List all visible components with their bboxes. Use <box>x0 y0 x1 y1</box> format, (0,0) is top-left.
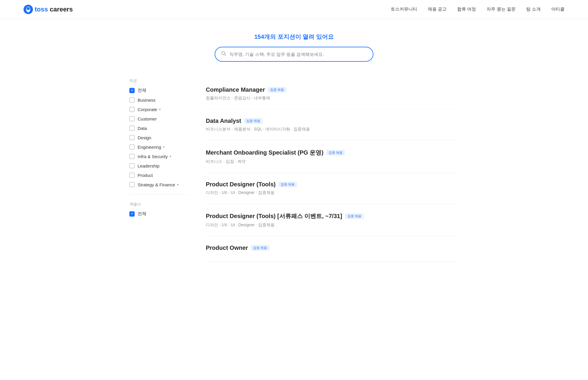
filter-engineering-label: Engineering ▾ <box>138 145 165 150</box>
job-list: Compliance Manager 집중 채용 컴플라이언스 · 준법감시 ·… <box>206 78 459 262</box>
filter-data-label: Data <box>138 126 147 131</box>
job-tags: 컴플라이언스 · 준법감시 · 내부통제 <box>206 96 459 101</box>
job-item-product-designer-event[interactable]: Product Designer (Tools) [서류패스 이벤트, ~7/3… <box>206 204 459 236</box>
svg-point-2 <box>27 7 30 10</box>
category-label: 직군 <box>129 78 188 83</box>
job-badge: 집중 채용 <box>345 213 364 219</box>
job-badge: 집중 채용 <box>278 182 297 187</box>
chevron-strategy-icon: ▾ <box>177 183 179 187</box>
nav-community[interactable]: 토스커뮤니티 <box>391 6 417 12</box>
job-item-compliance[interactable]: Compliance Manager 집중 채용 컴플라이언스 · 준법감시 ·… <box>206 78 459 109</box>
search-input[interactable] <box>229 52 367 57</box>
nav-jobs[interactable]: 채용 공고 <box>428 6 447 12</box>
job-badge: 집중 채용 <box>251 245 269 251</box>
sidebar-divider <box>129 194 188 195</box>
filter-leadership-label: Leadership <box>138 163 159 168</box>
checkbox-business[interactable] <box>129 97 135 103</box>
main-nav: 토스커뮤니티 채용 공고 합류 여정 자주 묻는 질문 팀 소개 아티클 <box>391 6 564 12</box>
job-title: Merchant Onboarding Specialist (PG 운영) <box>206 149 323 157</box>
chevron-engineering-icon: ▾ <box>163 145 165 149</box>
filter-product-label: Product <box>138 173 153 178</box>
job-badge: 집중 채용 <box>244 118 263 124</box>
chevron-corporate-icon: ▾ <box>159 108 161 111</box>
filter-all[interactable]: 전체 <box>129 88 188 93</box>
logo-text: toss careers <box>35 6 73 13</box>
filter-affiliate-all-label: 전체 <box>138 211 146 217</box>
filter-corporate[interactable]: Corporate ▾ <box>129 107 188 112</box>
count-number: 154 <box>254 34 264 40</box>
job-title: Data Analyst <box>206 118 241 124</box>
logo[interactable]: toss careers <box>24 5 73 14</box>
filter-all-label: 전체 <box>138 88 146 93</box>
checkbox-data[interactable] <box>129 125 135 131</box>
header: toss careers 토스커뮤니티 채용 공고 합류 여정 자주 묻는 질문… <box>0 0 588 19</box>
job-title: Product Designer (Tools) [서류패스 이벤트, ~7/3… <box>206 212 342 220</box>
checkbox-all[interactable] <box>129 88 135 93</box>
filter-leadership[interactable]: Leadership <box>129 163 188 168</box>
checkbox-leadership[interactable] <box>129 163 135 168</box>
job-title: Product Designer (Tools) <box>206 181 275 188</box>
filter-design[interactable]: Design <box>129 135 188 140</box>
job-item-product-designer[interactable]: Product Designer (Tools) 집중 채용 디자인 · UX … <box>206 173 459 204</box>
filter-business[interactable]: Business <box>129 97 188 103</box>
job-item-product-owner[interactable]: Product Owner 집중 채용 <box>206 236 459 262</box>
checkbox-product[interactable] <box>129 173 135 178</box>
search-icon <box>221 51 226 58</box>
job-title-row: Product Designer (Tools) 집중 채용 <box>206 181 459 188</box>
filter-strategy[interactable]: Strategy & Finance ▾ <box>129 182 188 187</box>
filter-corporate-label: Corporate ▾ <box>138 107 161 112</box>
job-tags: 디자인 · UX · UI · Designer · 집중채용 <box>206 190 459 195</box>
filter-customer[interactable]: Customer <box>129 116 188 121</box>
job-tags: 비즈니스 · 입점 · 계약 <box>206 159 459 164</box>
search-bar <box>215 47 373 62</box>
nav-team[interactable]: 팀 소개 <box>526 6 541 12</box>
filter-customer-label: Customer <box>138 116 157 121</box>
filter-infra-label: Infra & Security ▾ <box>138 154 171 159</box>
sidebar: 직군 전체 Business Corporate ▾ Customer Data… <box>129 78 188 262</box>
filter-affiliate-all[interactable]: 전체 <box>129 211 188 217</box>
position-count: 154개의 포지션이 열려 있어요 <box>6 33 582 41</box>
checkbox-strategy[interactable] <box>129 182 135 187</box>
job-title-row: Data Analyst 집중 채용 <box>206 118 459 124</box>
filter-data[interactable]: Data <box>129 125 188 131</box>
affiliate-label: 계열사 <box>129 202 188 207</box>
nav-article[interactable]: 아티클 <box>551 6 564 12</box>
job-title-row: Merchant Onboarding Specialist (PG 운영) 집… <box>206 149 459 157</box>
checkbox-customer[interactable] <box>129 116 135 121</box>
toss-logo-icon <box>24 5 33 14</box>
svg-line-4 <box>225 54 226 56</box>
filter-business-label: Business <box>138 98 156 103</box>
job-item-merchant[interactable]: Merchant Onboarding Specialist (PG 운영) 집… <box>206 140 459 173</box>
nav-faq[interactable]: 자주 묻는 질문 <box>487 6 515 12</box>
count-suffix: 개의 포지션이 열려 있어요 <box>264 34 334 40</box>
checkbox-design[interactable] <box>129 135 135 140</box>
job-title-row: Product Owner 집중 채용 <box>206 245 459 251</box>
filter-infra[interactable]: Infra & Security ▾ <box>129 154 188 159</box>
checkbox-corporate[interactable] <box>129 107 135 112</box>
job-badge: 집중 채용 <box>326 150 345 155</box>
chevron-infra-icon: ▾ <box>170 155 171 158</box>
nav-journey[interactable]: 합류 여정 <box>457 6 476 12</box>
job-item-data-analyst[interactable]: Data Analyst 집중 채용 비즈니스분석 · 제품분석 · SQL ·… <box>206 109 459 140</box>
job-title: Compliance Manager <box>206 86 265 93</box>
filter-engineering[interactable]: Engineering ▾ <box>129 144 188 150</box>
filter-design-label: Design <box>138 135 151 140</box>
hero-section: 154개의 포지션이 열려 있어요 <box>0 19 588 72</box>
checkbox-affiliate-all[interactable] <box>129 211 135 217</box>
checkbox-infra[interactable] <box>129 154 135 159</box>
checkbox-engineering[interactable] <box>129 144 135 150</box>
job-title-row: Product Designer (Tools) [서류패스 이벤트, ~7/3… <box>206 212 459 220</box>
job-title-row: Compliance Manager 집중 채용 <box>206 86 459 93</box>
filter-product[interactable]: Product <box>129 173 188 178</box>
filter-strategy-label: Strategy & Finance ▾ <box>138 182 179 187</box>
job-tags: 디자인 · UX · UI · Designer · 집중채용 <box>206 222 459 228</box>
job-tags: 비즈니스분석 · 제품분석 · SQL · 데이터시각화 · 집중채용 <box>206 127 459 132</box>
main-content: 직군 전체 Business Corporate ▾ Customer Data… <box>118 72 470 268</box>
job-title: Product Owner <box>206 245 248 251</box>
job-badge: 집중 채용 <box>268 87 286 93</box>
